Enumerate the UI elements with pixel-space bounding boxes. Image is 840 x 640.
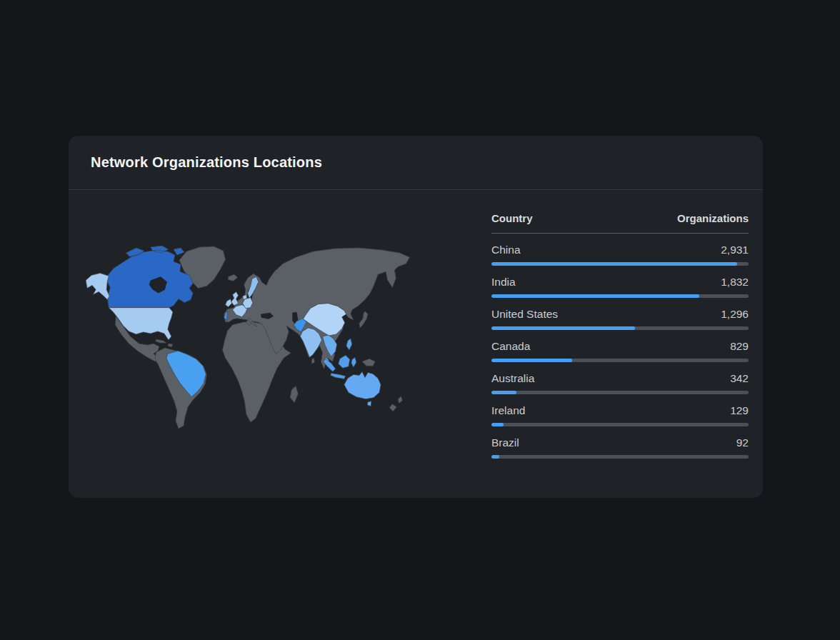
org-count: 2,931 bbox=[721, 243, 749, 256]
card-header: Network Organizations Locations bbox=[69, 136, 763, 190]
map-region-united-kingdom[interactable] bbox=[231, 292, 239, 306]
table-row: Canada 829 bbox=[491, 330, 749, 362]
table-row: China 2,931 bbox=[491, 234, 749, 266]
country-table-rows: China 2,931 India 1,832 United States 1,… bbox=[491, 234, 749, 459]
column-header-country: Country bbox=[491, 212, 533, 224]
country-table: Country Organizations China 2,931 India … bbox=[491, 212, 749, 459]
map-region-ireland[interactable] bbox=[226, 299, 232, 307]
bar-track bbox=[491, 455, 749, 459]
column-header-organizations: Organizations bbox=[677, 212, 749, 224]
map-region-alaska[interactable] bbox=[86, 273, 109, 299]
table-row: United States 1,296 bbox=[491, 298, 749, 330]
country-label: China bbox=[491, 243, 521, 256]
map-region-iceland bbox=[229, 274, 238, 281]
table-row: Brazil 92 bbox=[491, 426, 749, 459]
map-region-portugal[interactable] bbox=[224, 311, 227, 321]
country-label: Brazil bbox=[491, 436, 519, 449]
map-region-japan bbox=[359, 311, 368, 328]
card-title: Network Organizations Locations bbox=[91, 154, 322, 171]
org-count: 1,832 bbox=[721, 275, 749, 289]
world-map bbox=[84, 244, 459, 430]
table-row: Australia 342 bbox=[491, 362, 749, 394]
map-region-sri-lanka bbox=[311, 358, 314, 364]
org-count: 92 bbox=[736, 436, 749, 449]
map-region-canada[interactable] bbox=[107, 246, 193, 308]
map-region-australia[interactable] bbox=[344, 371, 381, 399]
map-region-philippines[interactable] bbox=[346, 339, 352, 350]
bar-fill bbox=[491, 455, 499, 459]
country-label: Ireland bbox=[491, 404, 525, 417]
world-map-svg bbox=[84, 244, 459, 430]
map-region-new-guinea bbox=[362, 359, 375, 366]
country-label: India bbox=[491, 275, 516, 289]
map-region-java[interactable] bbox=[331, 373, 346, 379]
table-header: Country Organizations bbox=[491, 212, 749, 234]
country-label: Australia bbox=[491, 371, 534, 385]
org-count: 342 bbox=[730, 371, 749, 385]
table-row: India 1,832 bbox=[491, 266, 749, 298]
org-count: 829 bbox=[730, 339, 749, 353]
map-region-madagascar bbox=[290, 386, 298, 403]
map-region-sulawesi[interactable] bbox=[351, 357, 356, 367]
org-count: 1,296 bbox=[721, 307, 749, 321]
map-region-borneo[interactable] bbox=[339, 355, 350, 368]
country-label: Canada bbox=[491, 339, 530, 353]
network-organizations-card: Network Organizations Locations bbox=[69, 136, 763, 498]
org-count: 129 bbox=[730, 404, 749, 417]
table-row: Ireland 129 bbox=[491, 394, 749, 426]
map-region-new-zealand bbox=[389, 396, 402, 411]
country-label: United States bbox=[491, 307, 558, 321]
map-region-tasmania[interactable] bbox=[367, 401, 371, 406]
